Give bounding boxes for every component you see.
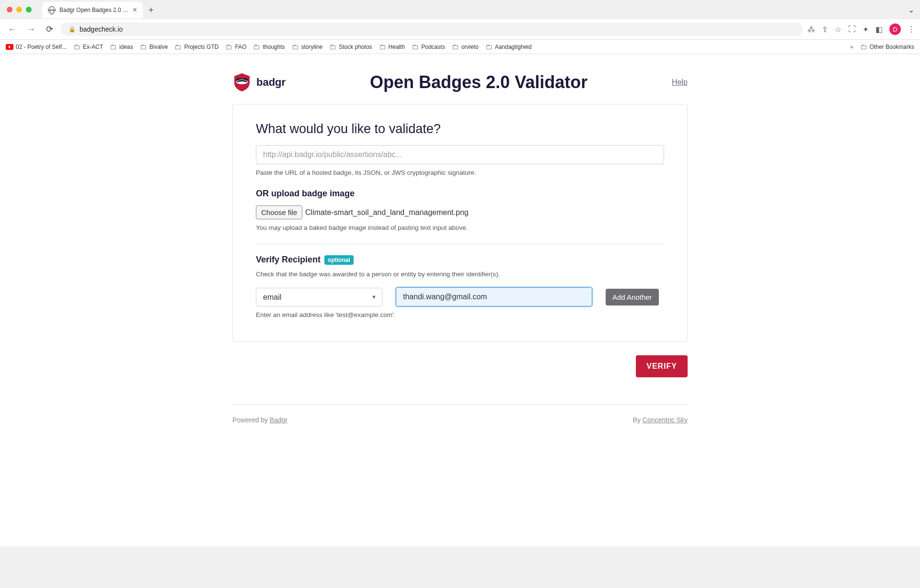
bookmark-label: storyline <box>301 44 323 50</box>
url-hint: Paste the URL of a hosted badge, its JSO… <box>256 169 664 176</box>
translate-icon[interactable]: ⁂ <box>807 25 815 34</box>
bookmark-item[interactable]: 🗀ideas <box>110 43 133 51</box>
upload-heading: OR upload badge image <box>256 189 664 199</box>
bookmarks-overflow-icon[interactable]: » <box>850 44 853 50</box>
logo-text: badgr <box>256 76 286 89</box>
by-link[interactable]: Concentric Sky <box>643 416 688 424</box>
bookmark-label: Bivalve <box>150 44 168 50</box>
add-another-button[interactable]: Add Another <box>606 289 659 305</box>
lock-icon: 🔒 <box>69 26 76 33</box>
back-button[interactable]: ← <box>5 23 19 36</box>
bookmark-label: Health <box>389 44 405 50</box>
minimize-window-icon[interactable] <box>16 7 22 12</box>
tab-strip: Badgr Open Badges 2.0 Valida × + ⌄ <box>0 0 920 19</box>
close-window-icon[interactable] <box>7 7 12 12</box>
recipient-type-select[interactable]: email <box>256 288 382 306</box>
bookmark-label: orvieto <box>461 44 479 50</box>
browser-tab[interactable]: Badgr Open Badges 2.0 Valida × <box>42 2 143 18</box>
bookmark-item[interactable]: 🗀thoughts <box>253 43 285 51</box>
page-header: badgr Open Badges 2.0 Validator Help <box>232 64 688 104</box>
folder-icon: 🗀 <box>73 43 80 51</box>
bookmark-item[interactable]: 🗀Projects GTD <box>174 43 218 51</box>
folder-icon: 🗀 <box>379 43 386 51</box>
reload-button[interactable]: ⟳ <box>43 22 56 36</box>
bookmark-item[interactable]: 🗀storyline <box>292 43 323 51</box>
star-icon[interactable]: ☆ <box>835 25 841 34</box>
bookmark-item[interactable]: 🗀Podcasts <box>412 43 445 51</box>
close-tab-icon[interactable]: × <box>133 6 137 14</box>
bookmark-label: Stock photos <box>339 44 372 50</box>
url-text: badgecheck.io <box>80 25 123 33</box>
bookmark-item[interactable]: 🗀Aandagtigheid <box>485 43 532 51</box>
address-bar[interactable]: 🔒 badgecheck.io <box>61 23 803 36</box>
choose-file-button[interactable]: Choose file <box>256 205 302 219</box>
folder-icon: 🗀 <box>860 43 867 51</box>
bookmark-item[interactable]: 🗀Bivalve <box>140 43 168 51</box>
bookmark-item[interactable]: 🗀orvieto <box>452 43 479 51</box>
chosen-file-name: Climate-smart_soil_and_land_management.p… <box>305 208 469 217</box>
folder-icon: 🗀 <box>225 43 232 51</box>
validate-heading: What would you like to validate? <box>256 122 664 136</box>
menu-icon[interactable]: ⋮ <box>908 25 915 34</box>
recipient-hint: Enter an email address like 'test@exampl… <box>256 311 664 318</box>
optional-badge: optional <box>324 255 354 265</box>
folder-icon: 🗀 <box>412 43 419 51</box>
other-bookmarks[interactable]: 🗀 Other Bookmarks <box>860 43 914 51</box>
verify-hint: Check that the badge was awarded to a pe… <box>256 271 664 278</box>
bookmarks-bar: 02 - Poetry of Self...🗀Ex-ACT🗀ideas🗀Biva… <box>0 40 920 54</box>
page-footer: Powered by Badgr By Concentric Sky <box>232 404 688 435</box>
page-title: Open Badges 2.0 Validator <box>286 72 672 92</box>
bookmark-label: Ex-ACT <box>83 44 103 50</box>
bookmark-label: Podcasts <box>421 44 445 50</box>
verify-button[interactable]: VERIFY <box>636 355 688 377</box>
folder-icon: 🗀 <box>485 43 493 51</box>
bookmark-item[interactable]: 🗀Health <box>379 43 405 51</box>
bookmark-item[interactable]: 🗀FAO <box>225 43 246 51</box>
validator-form: What would you like to validate? Paste t… <box>232 104 688 342</box>
powered-by-text: Powered by <box>232 416 270 424</box>
crop-icon[interactable]: ⛶ <box>848 25 856 34</box>
browser-toolbar: ← → ⟳ 🔒 badgecheck.io ⁂ ⇪ ☆ ⛶ ✦ ◧ D ⋮ <box>0 19 920 40</box>
folder-icon: 🗀 <box>253 43 260 51</box>
bookmark-label: Aandagtigheid <box>495 44 532 50</box>
by-text: By <box>633 416 643 424</box>
upload-hint: You may upload a baked badge image inste… <box>256 224 664 231</box>
bookmark-item[interactable]: 🗀Stock photos <box>329 43 372 51</box>
extensions-icon[interactable]: ✦ <box>862 25 869 34</box>
maximize-window-icon[interactable] <box>26 7 32 12</box>
folder-icon: 🗀 <box>110 43 117 51</box>
window-controls <box>0 3 38 16</box>
folder-icon: 🗀 <box>140 43 147 51</box>
youtube-icon <box>6 44 13 50</box>
recipient-email-input[interactable] <box>396 287 592 306</box>
help-link[interactable]: Help <box>672 78 688 87</box>
globe-icon <box>48 6 56 14</box>
new-tab-button[interactable]: + <box>143 2 160 18</box>
badge-url-input[interactable] <box>256 145 664 164</box>
sidebar-icon[interactable]: ◧ <box>875 25 883 34</box>
bookmark-label: 02 - Poetry of Self... <box>16 44 67 50</box>
bookmark-item[interactable]: 02 - Poetry of Self... <box>6 44 67 50</box>
folder-icon: 🗀 <box>329 43 336 51</box>
bookmark-label: ideas <box>119 44 133 50</box>
divider <box>256 244 664 244</box>
badgr-shield-icon <box>232 72 252 92</box>
tabs-dropdown-icon[interactable]: ⌄ <box>902 2 920 17</box>
powered-by-link[interactable]: Badgr <box>270 416 288 424</box>
folder-icon: 🗀 <box>174 43 182 51</box>
bookmark-label: thoughts <box>263 44 285 50</box>
forward-button[interactable]: → <box>24 23 38 36</box>
badgr-logo[interactable]: badgr <box>232 72 286 92</box>
verify-heading: Verify Recipient <box>256 255 321 265</box>
profile-avatar[interactable]: D <box>889 23 901 35</box>
folder-icon: 🗀 <box>452 43 459 51</box>
tab-title: Badgr Open Badges 2.0 Valida <box>59 7 129 13</box>
other-bookmarks-label: Other Bookmarks <box>870 44 914 50</box>
folder-icon: 🗀 <box>292 43 299 51</box>
bookmark-item[interactable]: 🗀Ex-ACT <box>73 43 103 51</box>
share-icon[interactable]: ⇪ <box>822 25 828 34</box>
bookmark-label: Projects GTD <box>184 44 218 50</box>
bookmark-label: FAO <box>235 44 246 50</box>
